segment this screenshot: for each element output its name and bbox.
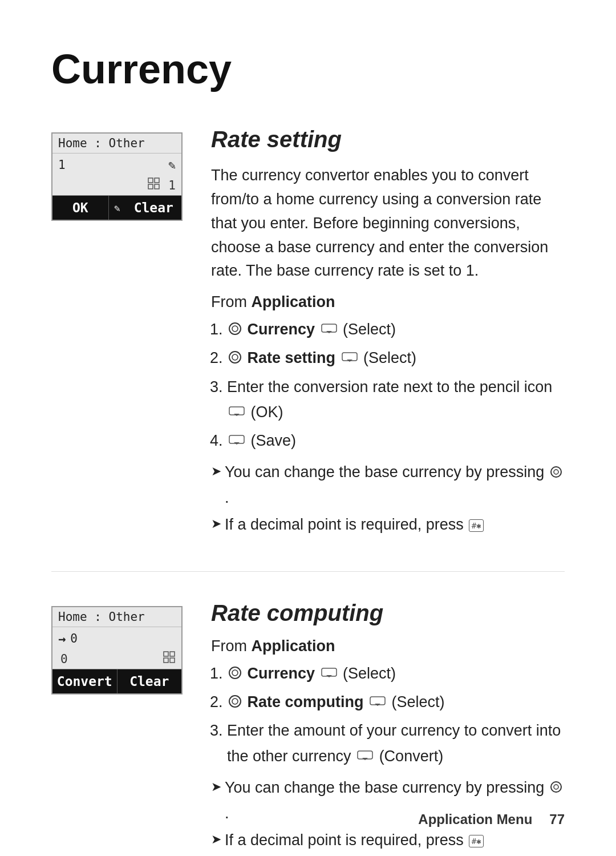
softkey-icon-c1 (321, 662, 338, 688)
convert-button[interactable]: Convert (52, 669, 117, 693)
svg-point-5 (232, 326, 238, 332)
tip-arrow-1: ➤ (211, 461, 221, 481)
computing-step1-bold: Currency (248, 665, 315, 682)
svg-rect-19 (170, 652, 175, 656)
svg-point-16 (551, 467, 561, 477)
screen-header-rate-computing: Home : Other (52, 607, 181, 627)
arrow-right-icon: → (58, 632, 66, 646)
grid-icon-computing (163, 651, 176, 667)
page-footer: Application Menu 77 (418, 811, 565, 827)
section-separator (51, 571, 565, 572)
computing-step2-bold: Rate computing (248, 693, 364, 710)
softkey-icon-1 (321, 318, 338, 344)
svg-rect-24 (322, 668, 337, 676)
rate-setting-title: Rate setting (211, 127, 565, 152)
softkey-icon-3 (228, 401, 245, 426)
rate-computing-steps: Currency (Select) (211, 661, 565, 770)
screen-computing-val1: 0 (70, 632, 78, 645)
svg-rect-6 (322, 324, 337, 332)
page-title: Currency (51, 46, 565, 92)
screen-computing-row2: 0 (52, 650, 181, 669)
svg-rect-0 (148, 178, 153, 183)
rate-setting-screen: Home : Other 1 ✎ 1 (51, 127, 188, 537)
menu-icon-c2 (228, 691, 242, 716)
step-3: Enter the conversion rate next to the pe… (227, 374, 565, 426)
menu-icon-1 (228, 318, 242, 344)
svg-rect-18 (164, 652, 168, 656)
svg-rect-30 (358, 751, 372, 759)
tip-2-text: If a decimal point is required, press #✱ (225, 512, 485, 537)
svg-rect-28 (370, 697, 385, 705)
tip-1-text: You can change the base currency by pres… (225, 460, 565, 510)
computing-step-3: Enter the amount of your currency to con… (227, 718, 565, 770)
menu-icon-2 (228, 346, 242, 372)
computing-step-2: Rate computing (Select) (227, 689, 565, 716)
svg-rect-2 (148, 184, 153, 189)
softkey-icon-c3 (356, 745, 374, 770)
step-4: (Save) (227, 428, 565, 454)
screen-computing-val2: 0 (60, 652, 68, 666)
svg-point-33 (554, 785, 558, 789)
computing-tip-arrow-2: ➤ (211, 829, 221, 849)
page-container: Currency Home : Other 1 ✎ (0, 0, 616, 856)
screen-body-rate-setting: 1 ✎ (52, 154, 181, 176)
rate-setting-steps: Currency (Select) (211, 317, 565, 454)
step1-bold: Currency (248, 321, 315, 338)
svg-rect-20 (164, 658, 168, 663)
clear-button-computing[interactable]: Clear (117, 669, 182, 693)
svg-rect-14 (229, 435, 244, 443)
svg-point-32 (551, 782, 561, 792)
tip-2: ➤ If a decimal point is required, press … (211, 512, 565, 537)
screen-row1-value: 1 (58, 158, 66, 172)
screen-body-computing-row1: → 0 (52, 627, 181, 650)
svg-point-8 (229, 352, 241, 363)
svg-point-23 (232, 670, 238, 676)
ok-button[interactable]: OK (52, 196, 109, 220)
screen-header-rate-setting: Home : Other (52, 134, 181, 154)
svg-point-26 (229, 696, 241, 707)
btn-icon: ✎ (114, 202, 120, 214)
hash-icon-2: #✱ (469, 835, 484, 847)
phone-screen-rate-computing: Home : Other → 0 0 (51, 606, 183, 695)
softkey-icon-2 (341, 346, 358, 372)
svg-point-4 (229, 323, 241, 334)
menu-icon-c1 (228, 662, 242, 688)
svg-point-9 (232, 354, 238, 360)
svg-point-22 (229, 667, 241, 679)
clear-button-rate[interactable]: Clear (126, 196, 182, 220)
screen-row2: 1 (52, 176, 181, 195)
footer-label: Application Menu (418, 811, 532, 827)
tip-1: ➤ You can change the base currency by pr… (211, 460, 565, 510)
rate-computing-from: From Application (211, 637, 565, 655)
svg-rect-21 (170, 658, 175, 663)
screen-row2-value: 1 (168, 179, 176, 192)
phone-screen-rate-setting: Home : Other 1 ✎ 1 (51, 132, 183, 221)
rate-computing-title: Rate computing (211, 600, 565, 626)
grid-icon (148, 177, 160, 193)
computing-tip-arrow-1: ➤ (211, 777, 221, 797)
screen-buttons-rate-setting: OK ✎ Clear (52, 195, 181, 220)
softkey-icon-c2 (369, 691, 386, 716)
screen-buttons-computing: Convert Clear (52, 669, 181, 693)
softkey-icon-4 (228, 429, 245, 455)
menu-circle-icon (550, 461, 562, 486)
step-2: Rate setting (Select) (227, 345, 565, 372)
rate-setting-description: The currency convertor enables you to co… (211, 164, 565, 283)
svg-rect-10 (342, 353, 357, 361)
computing-tip-2-text: If a decimal point is required, press #✱ (225, 828, 485, 853)
pencil-icon: ✎ (168, 158, 176, 172)
rate-setting-from: From Application (211, 293, 565, 311)
step2-bold: Rate setting (248, 349, 336, 366)
step-1: Currency (Select) (227, 317, 565, 343)
hash-icon-1: #✱ (469, 519, 484, 532)
menu-circle-icon-c (550, 776, 562, 801)
rate-setting-section: Home : Other 1 ✎ 1 (51, 127, 565, 537)
svg-rect-1 (155, 178, 159, 183)
tip-arrow-2: ➤ (211, 514, 221, 534)
svg-point-17 (554, 470, 558, 474)
computing-tip-2: ➤ If a decimal point is required, press … (211, 828, 565, 853)
rate-computing-screen: Home : Other → 0 0 (51, 600, 188, 853)
computing-step-1: Currency (Select) (227, 661, 565, 687)
svg-rect-12 (229, 407, 244, 415)
footer-page-number: 77 (549, 811, 565, 827)
